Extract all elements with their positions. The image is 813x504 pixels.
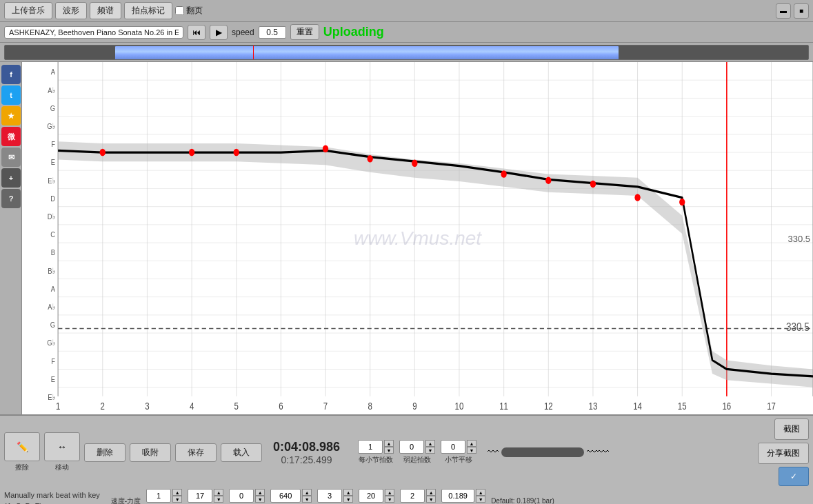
svg-point-47 (501, 170, 506, 177)
speed-min-up[interactable]: ▲ (255, 489, 265, 496)
waveform-btn[interactable]: 波形 (55, 2, 87, 19)
svg-text:G: G (50, 103, 55, 112)
bottom-row2: Manually mark beat with key (A, S, D, F)… (4, 489, 809, 504)
twitter-btn[interactable]: t (1, 85, 21, 105)
track-name-input[interactable] (4, 26, 183, 39)
facebook-btn[interactable]: f (1, 65, 21, 84)
svg-text:A♭: A♭ (48, 302, 55, 311)
end-bar-down[interactable]: ▼ (214, 496, 223, 503)
load-btn[interactable]: 载入 (221, 443, 262, 462)
help-btn[interactable]: ? (1, 189, 21, 208)
window-param-input[interactable] (441, 489, 474, 503)
force-trans-input[interactable] (359, 489, 383, 503)
chart-area[interactable]: www.Vmus.net 330.5 (22, 62, 813, 414)
force-trans-down[interactable]: ▼ (385, 496, 394, 503)
time-display: 0:04:08.986 0:17:25.499 (273, 440, 340, 465)
default-val: Default: 0.189(1 bar) (491, 497, 554, 504)
flip-page-label: 翻页 (175, 5, 203, 17)
svg-text:A: A (51, 67, 56, 76)
right-panel: 截图 分享截图 ✓ (758, 419, 809, 486)
beats-per-bar-up[interactable]: ▲ (384, 440, 394, 447)
line-width-input[interactable] (317, 489, 342, 503)
force-zoom-input[interactable] (400, 489, 425, 503)
weak-beats-up[interactable]: ▲ (425, 440, 435, 447)
svg-text:17: 17 (767, 401, 776, 412)
svg-text:15: 15 (678, 401, 687, 412)
rewind-btn[interactable]: ⏮ (188, 25, 205, 40)
svg-text:330.5: 330.5 (786, 321, 810, 334)
weibo-btn[interactable]: 微 (1, 127, 21, 146)
delete-btn[interactable]: 删除 (84, 443, 126, 462)
info-text: Manually mark beat with key (A, S, D, F) (4, 490, 100, 504)
start-bar-input[interactable] (146, 489, 171, 503)
line-width-down[interactable]: ▼ (343, 496, 353, 503)
window-param-up[interactable]: ▲ (476, 489, 485, 496)
weak-beats-input[interactable] (399, 440, 424, 454)
upload-music-btn[interactable]: 上传音乐 (4, 2, 52, 19)
start-bar-up[interactable]: ▲ (172, 489, 182, 496)
line-width-group: ▲ ▼ (317, 489, 353, 503)
time-sub: 0:17:25.499 (281, 454, 332, 465)
svg-text:D♭: D♭ (48, 212, 55, 221)
force-trans-up[interactable]: ▲ (385, 489, 394, 496)
end-bar-input[interactable] (188, 489, 212, 503)
svg-text:E: E (51, 374, 55, 383)
spectrum-btn[interactable]: 频谱 (90, 2, 121, 19)
bar-shift-up[interactable]: ▲ (467, 440, 476, 447)
svg-text:3: 3 (145, 401, 149, 412)
mail-btn[interactable]: ✉ (1, 148, 21, 167)
erase-btn[interactable]: ✏️ (4, 432, 40, 461)
speed-icon-left: 〰 (488, 446, 499, 458)
svg-text:13: 13 (589, 401, 598, 412)
svg-point-49 (590, 181, 596, 188)
speed-slider[interactable] (501, 447, 584, 457)
speed-max-input[interactable] (270, 489, 301, 503)
reset-btn[interactable]: 重置 (290, 24, 319, 40)
beats-per-bar-down[interactable]: ▼ (384, 447, 394, 454)
window-param-down[interactable]: ▼ (476, 496, 485, 503)
speed-icon-right: 〰〰 (587, 446, 609, 458)
right-label: 330.5 (787, 233, 810, 243)
force-zoom-down[interactable]: ▼ (426, 496, 436, 503)
beat-chart-svg[interactable]: A A♭ G G♭ F E E♭ D D♭ C B B♭ A A♭ G G♭ F… (22, 62, 813, 414)
force-trans-group: ▲ ▼ (359, 489, 394, 503)
confirm-btn[interactable]: ✓ (779, 467, 809, 486)
speed-min-group: ▲ ▼ (229, 489, 265, 503)
speed-value: 0.5 (259, 26, 286, 39)
beats-per-bar-input[interactable] (358, 440, 383, 454)
svg-point-50 (634, 194, 640, 201)
save-btn[interactable]: 保存 (175, 443, 217, 462)
waveform-playhead (253, 46, 254, 59)
start-bar-down[interactable]: ▼ (172, 496, 182, 503)
speed-min-down[interactable]: ▼ (255, 496, 265, 503)
move-btn[interactable]: ↔ (44, 432, 80, 461)
speed-max-down[interactable]: ▼ (302, 496, 312, 503)
play-btn[interactable]: ▶ (210, 25, 228, 40)
speed-min-input[interactable] (229, 489, 254, 503)
line-width-up[interactable]: ▲ (343, 489, 353, 496)
weak-beats-down[interactable]: ▼ (425, 447, 435, 454)
share-btn[interactable]: 分享截图 (758, 443, 809, 464)
force-zoom-up[interactable]: ▲ (426, 489, 436, 496)
flip-page-checkbox[interactable] (175, 6, 184, 15)
bar-shift-down[interactable]: ▼ (467, 447, 476, 454)
svg-text:10: 10 (455, 401, 464, 412)
plus-btn[interactable]: + (1, 168, 21, 188)
beat-mark-btn[interactable]: 拍点标记 (124, 2, 172, 19)
svg-text:12: 12 (544, 401, 553, 412)
svg-text:5: 5 (234, 401, 239, 412)
minimize-btn[interactable]: ▬ (776, 3, 791, 19)
star-btn[interactable]: ★ (1, 106, 21, 125)
maximize-btn[interactable]: ■ (794, 3, 809, 19)
bar-shift-input[interactable] (441, 440, 465, 454)
svg-text:F: F (51, 139, 55, 148)
speed-max-up[interactable]: ▲ (302, 489, 312, 496)
end-bar-up[interactable]: ▲ (214, 489, 223, 496)
svg-point-41 (100, 149, 106, 156)
attach-btn[interactable]: 吸附 (130, 443, 171, 462)
speed-label: speed (232, 28, 254, 37)
svg-point-48 (545, 177, 551, 183)
svg-text:4: 4 (190, 401, 194, 412)
waveform-container[interactable] (4, 45, 809, 60)
capture-btn[interactable]: 截图 (774, 419, 809, 440)
